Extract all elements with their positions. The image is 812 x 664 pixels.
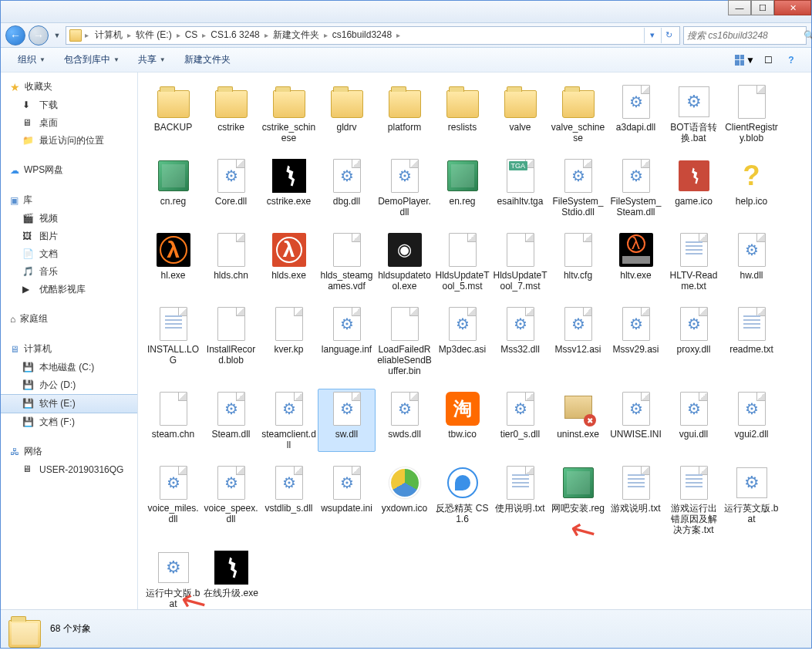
breadcrumb-segment[interactable]: CS1.6 3248 xyxy=(207,28,262,42)
file-item[interactable]: 游戏说明.txt xyxy=(607,463,665,537)
file-item[interactable]: voice_speex.dll xyxy=(202,463,260,537)
file-item[interactable]: proxy.dll xyxy=(665,304,723,378)
sidebar-item[interactable]: 🖼图片 xyxy=(1,228,137,245)
file-item[interactable]: 淘tbw.ico xyxy=(433,389,491,452)
file-item[interactable]: steamclient.dll xyxy=(260,389,318,452)
search-icon[interactable]: 🔍 xyxy=(804,30,812,41)
file-item[interactable]: ?help.ico xyxy=(723,156,780,219)
file-item[interactable]: InstallRecord.blob xyxy=(202,304,260,378)
file-item[interactable]: Mssv29.asi xyxy=(607,304,665,378)
file-item[interactable]: swds.dll xyxy=(376,389,433,452)
file-item[interactable]: ClientRegistry.blob xyxy=(723,82,780,145)
file-item[interactable]: HldsUpdateTool_5.mst xyxy=(433,230,491,293)
file-item[interactable]: a3dapi.dll xyxy=(607,82,665,145)
file-item[interactable]: vgui2.dll xyxy=(723,389,780,452)
breadcrumb-segment[interactable]: cs16build3248 xyxy=(329,28,395,42)
sidebar-item[interactable]: 💾办公 (D:) xyxy=(1,376,137,394)
file-item[interactable]: en.reg xyxy=(433,156,491,219)
file-item[interactable]: reslists xyxy=(433,82,491,145)
wps-cloud[interactable]: ☁WPS网盘 xyxy=(1,160,137,180)
file-item[interactable]: vgui.dll xyxy=(665,389,723,452)
file-item[interactable]: yxdown.ico xyxy=(376,463,433,537)
help-button[interactable]: ? xyxy=(780,51,802,69)
sidebar-item[interactable]: 💾文档 (F:) xyxy=(1,413,137,431)
sidebar-item[interactable]: 🖥USER-20190316QG xyxy=(1,461,137,478)
file-item[interactable]: gldrv xyxy=(318,82,376,145)
breadcrumb-segment[interactable]: CS xyxy=(182,28,201,42)
sidebar-item[interactable]: 📄文档 xyxy=(1,245,137,263)
file-item[interactable]: λhlds.exe xyxy=(260,230,318,293)
maximize-button[interactable]: ☐ xyxy=(751,0,774,15)
refresh-button[interactable]: ↻ xyxy=(661,28,676,43)
file-item[interactable]: platform xyxy=(376,82,433,145)
breadcrumb-segment[interactable]: 计算机 xyxy=(92,28,126,42)
file-item[interactable]: cstrike_schinese xyxy=(260,82,318,145)
file-item[interactable]: BOT语音转换.bat xyxy=(665,82,723,145)
file-item[interactable]: 使用说明.txt xyxy=(491,463,549,537)
file-item[interactable]: voice_miles.dll xyxy=(144,463,202,537)
search-box[interactable]: 🔍 xyxy=(683,26,807,45)
file-item[interactable]: tier0_s.dll xyxy=(491,389,549,452)
view-options-button[interactable]: ▼ xyxy=(734,51,756,69)
breadcrumb-segment[interactable]: 软件 (E:) xyxy=(133,28,175,42)
file-item[interactable]: game.ico xyxy=(665,156,723,219)
file-item[interactable]: FileSystem_Steam.dll xyxy=(607,156,665,219)
file-item[interactable]: Mp3dec.asi xyxy=(433,304,491,378)
chevron-right-icon[interactable]: ▸ xyxy=(200,31,207,39)
file-item[interactable]: DemoPlayer.dll xyxy=(376,156,433,219)
organize-menu[interactable]: 组织▼ xyxy=(10,50,53,69)
chevron-right-icon[interactable]: ▸ xyxy=(263,31,270,39)
sidebar-item[interactable]: 🖥桌面 xyxy=(1,114,137,132)
sidebar-item[interactable]: 🎬视频 xyxy=(1,210,137,228)
sidebar-item[interactable]: ⬇下载 xyxy=(1,96,137,114)
file-item[interactable]: Steam.dll xyxy=(202,389,260,452)
file-item[interactable]: hw.dll xyxy=(723,230,780,293)
file-item[interactable]: λhl.exe xyxy=(144,230,202,293)
file-list[interactable]: BACKUPcstrikecstrike_schinesegldrvplatfo… xyxy=(138,72,811,609)
file-item[interactable]: 反恐精英 CS 1.6 xyxy=(433,463,491,537)
breadcrumb[interactable]: ▸ 计算机▸软件 (E:)▸CS▸CS1.6 3248▸新建文件夹▸cs16bu… xyxy=(66,26,680,45)
file-item[interactable]: valve xyxy=(491,82,549,145)
file-item[interactable]: 在线升级.exe xyxy=(202,548,260,609)
file-item[interactable]: 游戏运行出错原因及解决方案.txt xyxy=(665,463,723,537)
sidebar-item[interactable]: 💾本地磁盘 (C:) xyxy=(1,359,137,376)
homegroup[interactable]: ⌂家庭组 xyxy=(1,309,137,329)
file-item[interactable]: vstdlib_s.dll xyxy=(260,463,318,537)
file-item[interactable]: TGAesaihltv.tga xyxy=(491,156,549,219)
chevron-right-icon[interactable]: ▸ xyxy=(175,31,182,39)
close-button[interactable]: ✕ xyxy=(774,0,811,15)
breadcrumb-segment[interactable]: 新建文件夹 xyxy=(270,28,322,42)
file-item[interactable]: readme.txt xyxy=(723,304,780,378)
sidebar-item[interactable]: 🎵音乐 xyxy=(1,263,137,281)
file-item[interactable]: ◉hldsupdatetool.exe xyxy=(376,230,433,293)
forward-button[interactable]: → xyxy=(29,25,49,46)
preview-pane-button[interactable]: ☐ xyxy=(757,51,779,69)
file-item[interactable]: valve_schinese xyxy=(549,82,607,145)
file-item[interactable]: 运行英文版.bat xyxy=(723,463,780,537)
file-item[interactable]: kver.kp xyxy=(260,304,318,378)
file-item[interactable]: cn.reg xyxy=(144,156,202,219)
file-item[interactable]: HLTV-Readme.txt xyxy=(665,230,723,293)
file-item[interactable]: steam.chn xyxy=(144,389,202,452)
chevron-right-icon[interactable]: ▸ xyxy=(322,31,329,39)
file-item[interactable]: uninst.exe xyxy=(549,389,607,452)
file-item[interactable]: Core.dll xyxy=(202,156,260,219)
file-item[interactable]: λhltv.exe xyxy=(607,230,665,293)
file-item[interactable]: cstrike xyxy=(202,82,260,145)
file-item[interactable]: hltv.cfg xyxy=(549,230,607,293)
sidebar-item[interactable]: ▶优酷影视库 xyxy=(1,281,137,298)
network-group[interactable]: 🖧网络 xyxy=(1,442,137,461)
file-item[interactable]: sw.dll xyxy=(318,389,376,452)
file-item[interactable]: Mss32.dll xyxy=(491,304,549,378)
libraries-group[interactable]: ▣库 xyxy=(1,190,137,210)
share-menu[interactable]: 共享▼ xyxy=(130,50,174,69)
file-item[interactable]: hlds_steamgames.vdf xyxy=(318,230,376,293)
search-input[interactable] xyxy=(687,30,804,41)
include-in-library-menu[interactable]: 包含到库中▼ xyxy=(56,50,127,69)
back-button[interactable]: ← xyxy=(5,25,25,46)
chevron-right-icon[interactable]: ▸ xyxy=(395,31,402,39)
favorites-group[interactable]: ★收藏夹 xyxy=(1,77,137,96)
file-item[interactable]: cstrike.exe xyxy=(260,156,318,219)
minimize-button[interactable]: — xyxy=(728,0,751,15)
file-item[interactable]: wsupdate.ini xyxy=(318,463,376,537)
